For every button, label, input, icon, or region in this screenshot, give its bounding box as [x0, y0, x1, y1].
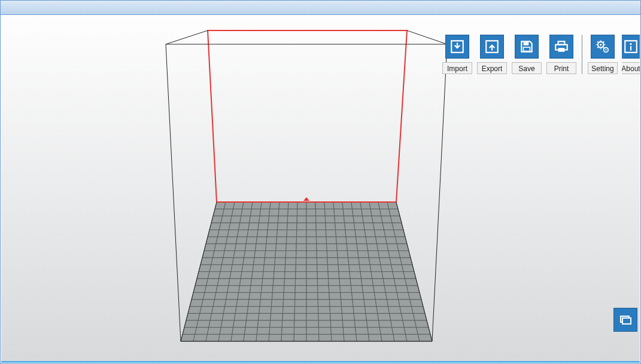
svg-marker-327 — [259, 313, 271, 320]
svg-marker-216 — [360, 272, 372, 279]
svg-marker-308 — [271, 307, 283, 314]
svg-marker-338 — [390, 313, 403, 320]
svg-marker-406 — [303, 197, 309, 201]
svg-marker-138 — [377, 244, 388, 251]
svg-marker-198 — [381, 265, 393, 272]
svg-marker-331 — [306, 313, 318, 320]
svg-marker-147 — [265, 251, 275, 258]
svg-marker-290 — [295, 299, 307, 307]
svg-marker-66 — [258, 223, 268, 230]
svg-marker-50 — [297, 216, 306, 223]
svg-marker-11 — [306, 202, 315, 209]
gear-icon — [591, 35, 615, 59]
svg-marker-277 — [374, 292, 387, 299]
svg-marker-47 — [268, 216, 278, 223]
view-mode-button[interactable] — [613, 308, 637, 332]
svg-marker-359 — [403, 320, 417, 328]
svg-marker-320 — [412, 307, 426, 314]
save-button[interactable]: Save — [511, 35, 542, 74]
svg-marker-248 — [272, 286, 284, 293]
svg-marker-280 — [408, 292, 421, 299]
svg-marker-399 — [406, 334, 420, 341]
svg-marker-204 — [230, 272, 242, 279]
svg-marker-68 — [277, 223, 287, 230]
svg-marker-6 — [261, 202, 271, 209]
svg-marker-246 — [250, 286, 262, 293]
svg-marker-117 — [366, 237, 377, 244]
window-titlebar[interactable] — [1, 1, 640, 15]
svg-marker-82 — [218, 230, 229, 237]
svg-marker-95 — [345, 230, 356, 237]
svg-marker-74 — [335, 223, 345, 230]
svg-marker-64 — [239, 223, 250, 230]
svg-marker-286 — [248, 299, 261, 307]
about-button[interactable]: About — [622, 35, 640, 74]
svg-marker-16 — [351, 202, 361, 209]
svg-marker-89 — [287, 230, 297, 237]
svg-marker-84 — [238, 230, 248, 237]
svg-marker-261 — [192, 292, 205, 299]
svg-marker-186 — [253, 265, 264, 272]
svg-marker-294 — [341, 299, 353, 307]
svg-marker-218 — [382, 272, 394, 279]
export-icon — [480, 35, 504, 59]
svg-marker-165 — [243, 258, 254, 265]
svg-marker-240 — [405, 279, 418, 286]
import-button[interactable]: Import — [442, 35, 473, 74]
svg-marker-316 — [365, 307, 378, 314]
svg-marker-209 — [284, 272, 296, 279]
svg-marker-274 — [341, 292, 353, 299]
svg-marker-397 — [381, 334, 394, 341]
svg-marker-300 — [410, 299, 423, 307]
svg-marker-51 — [306, 216, 316, 223]
svg-marker-103 — [226, 237, 238, 244]
svg-marker-302 — [200, 307, 213, 314]
svg-marker-178 — [379, 258, 391, 265]
svg-marker-394 — [344, 334, 357, 341]
svg-marker-366 — [245, 328, 258, 335]
svg-marker-156 — [358, 251, 369, 258]
print-button[interactable]: Print — [546, 35, 577, 74]
svg-marker-358 — [391, 320, 405, 328]
svg-marker-129 — [286, 244, 296, 251]
svg-marker-395 — [356, 334, 369, 341]
svg-rect-410 — [524, 47, 530, 51]
svg-marker-375 — [356, 328, 369, 335]
svg-marker-301 — [188, 307, 202, 314]
svg-marker-42 — [221, 216, 232, 223]
svg-marker-173 — [327, 258, 338, 265]
export-button[interactable]: Export — [476, 35, 508, 74]
svg-marker-220 — [403, 272, 416, 279]
svg-marker-86 — [257, 230, 268, 237]
svg-marker-18 — [369, 202, 379, 209]
setting-button[interactable]: Setting — [587, 35, 618, 74]
svg-marker-98 — [374, 230, 385, 237]
svg-marker-341 — [184, 320, 198, 328]
svg-marker-379 — [404, 328, 418, 335]
svg-marker-94 — [336, 230, 346, 237]
svg-marker-255 — [351, 286, 363, 293]
svg-marker-339 — [401, 313, 415, 320]
svg-marker-312 — [318, 307, 330, 314]
svg-marker-130 — [296, 244, 306, 251]
svg-marker-23 — [232, 209, 242, 216]
svg-marker-182 — [209, 265, 221, 272]
svg-marker-202 — [208, 272, 220, 279]
svg-marker-348 — [270, 320, 282, 328]
svg-marker-63 — [229, 223, 239, 230]
svg-marker-354 — [342, 320, 355, 328]
svg-marker-32 — [315, 209, 325, 216]
svg-marker-360 — [415, 320, 429, 328]
svg-marker-70 — [297, 223, 306, 230]
svg-marker-219 — [393, 272, 405, 279]
setting-label: Setting — [588, 62, 618, 74]
svg-marker-393 — [331, 334, 344, 341]
svg-marker-122 — [214, 244, 226, 251]
svg-marker-58 — [372, 216, 382, 223]
svg-marker-12 — [315, 202, 325, 209]
svg-marker-231 — [306, 279, 318, 286]
svg-marker-237 — [372, 279, 384, 286]
svg-marker-363 — [207, 328, 221, 335]
svg-marker-52 — [316, 216, 326, 223]
svg-marker-158 — [378, 251, 390, 258]
